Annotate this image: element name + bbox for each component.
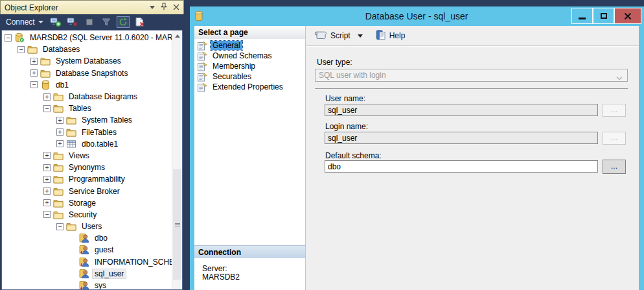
user-type-value: SQL user with login [319,71,386,80]
tree-item-tables[interactable]: −Tables [2,103,172,114]
expand-icon[interactable]: + [30,58,38,65]
script-error-icon[interactable] [133,16,146,28]
tree-item-databases[interactable]: −Databases [2,43,172,55]
dialog-titlebar[interactable]: Database User - sql_user [194,6,639,26]
folder-icon [53,186,63,197]
page-item-securables[interactable]: Securables [194,71,305,82]
page-icon [197,82,208,92]
pin-icon[interactable] [161,3,167,12]
minimize-button[interactable] [571,8,593,24]
tree-item-label: INFORMATION_SCHEMA [93,258,172,267]
tree-item-programmability[interactable]: +Programmability [2,173,172,185]
expand-icon[interactable]: + [30,69,38,77]
expand-icon[interactable]: + [43,152,51,159]
default-schema-label: Default schema: [325,151,382,160]
collapse-icon[interactable]: − [43,105,51,112]
page-item-general[interactable]: General [194,40,305,51]
default-schema-field[interactable] [325,160,598,173]
tree-item-db1[interactable]: −db1 [2,79,172,91]
connection-header: Connection [194,245,305,258]
close-icon[interactable] [173,3,179,12]
tree-item-label: sys [93,281,108,290]
collapse-icon[interactable]: − [43,211,51,218]
page-item-owned-schemas[interactable]: Owned Schemas [194,51,305,61]
stop-icon [83,16,96,28]
filter-icon[interactable] [100,16,113,28]
database-icon [40,80,51,90]
dialog-main-panel: Script Help User type: SQL user with log… [306,26,639,290]
connect-button[interactable]: Connect [4,16,45,28]
folder-icon [53,210,63,220]
expand-icon[interactable]: + [43,176,51,183]
maximize-button[interactable] [593,8,614,24]
folder-icon [53,162,63,173]
tree-item-security[interactable]: −Security [2,209,172,221]
collapse-icon[interactable]: − [5,34,12,42]
tree-scrollbar[interactable] [172,30,182,289]
tree-item-system-databases[interactable]: +System Databases [2,55,172,67]
tree-item-label: Database Diagrams [67,92,139,101]
page-icon [197,41,208,51]
tree-item-views[interactable]: +Views [2,150,172,162]
page-icon [197,62,208,71]
server-value: MARSDB2 [202,273,305,282]
close-button[interactable] [614,8,641,24]
folder-icon [53,91,63,102]
tree-item-label: Synonyms [67,163,107,172]
scrollbar-up-icon[interactable] [172,30,182,41]
collapse-icon[interactable]: − [56,223,63,230]
login-name-field [325,132,598,144]
user-icon [79,269,89,279]
folder-icon [53,151,63,161]
script-dropdown-icon[interactable] [358,34,363,38]
expand-icon[interactable]: + [43,164,51,171]
window-position-menu-icon[interactable] [150,6,155,9]
tree-item-information-schema[interactable]: INFORMATION_SCHEMA [2,256,172,268]
help-icon [376,30,386,42]
expand-icon[interactable]: + [43,93,51,101]
tree-item-label: Storage [67,199,98,208]
disconnect-server-icon[interactable] [66,16,79,28]
tree-item-users[interactable]: −Users [2,221,172,232]
object-explorer-panel: Object Explorer Connect [0,0,184,290]
scrollbar-thumb[interactable] [173,169,181,280]
page-item-label: Membership [211,62,257,71]
tree-item-sys[interactable]: sys [2,280,172,290]
refresh-icon[interactable] [117,16,130,28]
tree-item-label: System Databases [54,56,123,66]
page-item-label: Securables [211,72,253,81]
script-button[interactable]: Script [330,31,351,40]
default-schema-browse-button[interactable]: ... [603,160,626,174]
page-item-label: Owned Schemas [211,51,273,60]
expand-icon[interactable]: + [56,128,63,136]
select-page-panel: Select a page GeneralOwned SchemasMember… [194,26,306,290]
connect-server-icon[interactable] [49,16,62,28]
tree-item-service-broker[interactable]: +Service Broker [2,185,172,197]
page-icon [197,51,208,61]
tree-item-storage[interactable]: +Storage [2,197,172,209]
tree-item-database-diagrams[interactable]: +Database Diagrams [2,91,172,103]
page-item-extended-properties[interactable]: Extended Properties [194,82,305,92]
expand-icon[interactable]: + [43,187,51,195]
collapse-icon[interactable]: − [30,81,38,88]
expand-icon[interactable]: + [56,117,63,124]
server-icon [14,32,25,43]
tree-item-guest[interactable]: guest [2,244,172,256]
expand-icon[interactable]: + [56,140,63,147]
tree-item-filetables[interactable]: +FileTables [2,127,172,138]
login-name-label: Login name: [325,122,368,131]
help-button[interactable]: Help [389,31,406,40]
tree-item-synonyms[interactable]: +Synonyms [2,162,172,173]
page-item-label: General [211,41,242,50]
tree-item-label: Service Broker [67,187,122,196]
expand-icon[interactable]: + [43,199,51,206]
tree-item-label: Security [67,210,98,219]
tree-item-marsdb2-sql-server-11-0-6020-marsd[interactable]: −MARSDB2 (SQL Server 11.0.6020 - MARSD [2,32,172,43]
page-item-membership[interactable]: Membership [194,61,305,71]
collapse-icon[interactable]: − [17,46,25,53]
tree-item-dbo-table1[interactable]: +dbo.table1 [2,138,172,150]
tree-item-dbo[interactable]: dbo [2,232,172,244]
tree-item-system-tables[interactable]: +System Tables [2,114,172,126]
tree-item-sql-user[interactable]: sql_user [2,268,172,280]
tree-item-database-snapshots[interactable]: +Database Snapshots [2,67,172,79]
